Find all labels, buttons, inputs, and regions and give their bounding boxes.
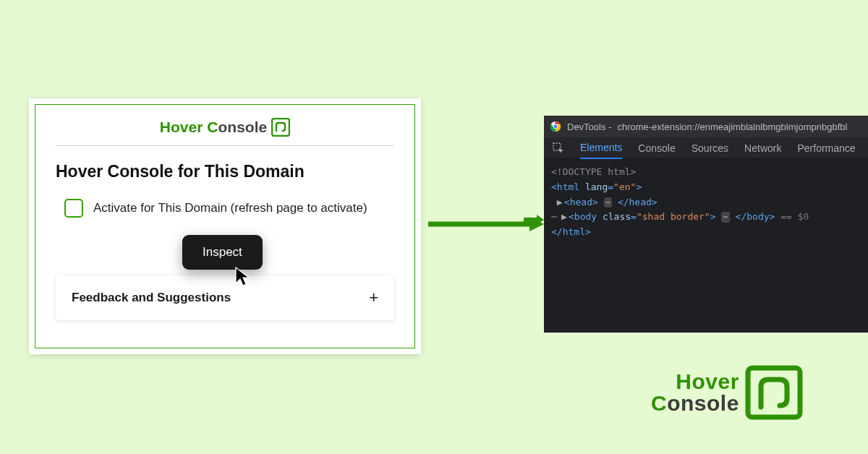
code-line-doctype[interactable]: <!DOCTYPE html> <box>551 165 861 180</box>
panel-title: Hover Console for This Domain <box>56 162 394 181</box>
devtools-title-prefix: DevTools - <box>567 121 611 132</box>
activate-row: Activate for This Domain (refresh page t… <box>56 199 394 218</box>
ellipsis-icon[interactable]: ⋯ <box>721 212 729 222</box>
activate-checkbox[interactable] <box>64 199 83 218</box>
extension-popup-panel: Hover Console Hover Console for This Dom… <box>29 98 421 354</box>
expand-plus-icon: + <box>369 288 378 307</box>
brand-c-letter: C <box>207 119 218 135</box>
code-line-head[interactable]: ▶<head> ⋯ </head> <box>551 195 861 210</box>
code-line-html-open[interactable]: <html lang="en"> <box>551 180 861 195</box>
mouse-cursor-icon <box>234 266 250 288</box>
arrow-tip-icon <box>524 215 544 225</box>
brand-logo-icon <box>271 118 290 137</box>
big-brand-rest: onsole <box>667 391 739 415</box>
feedback-accordion[interactable]: Feedback and Suggestions + <box>56 275 394 320</box>
big-brand-logo: Hover Console <box>651 365 803 420</box>
expand-arrow-icon[interactable]: ▶ <box>561 210 569 225</box>
big-brand-logo-icon <box>745 365 803 420</box>
brand-hover-word: Hover <box>160 119 203 136</box>
chrome-icon <box>550 121 561 132</box>
tab-elements[interactable]: Elements <box>580 137 622 159</box>
expand-arrow-icon[interactable]: ▶ <box>557 195 564 210</box>
brand-console-rest: onsole <box>218 119 268 135</box>
context-menu-inspect-label: Inspect <box>203 245 242 259</box>
elements-tree[interactable]: <!DOCTYPE html> <html lang="en"> ▶<head>… <box>544 159 868 246</box>
brand-header: Hover Console <box>56 118 394 146</box>
big-brand-console: Console <box>651 393 739 414</box>
big-brand-text: Hover Console <box>651 371 739 414</box>
tab-console[interactable]: Console <box>638 138 675 158</box>
context-menu-inspect[interactable]: Inspect <box>182 235 263 270</box>
activate-label: Activate for This Domain (refresh page t… <box>93 201 367 215</box>
svg-marker-4 <box>537 215 544 225</box>
devtools-tabs: Elements Console Sources Network Perform… <box>544 137 868 159</box>
tab-sources[interactable]: Sources <box>692 138 728 158</box>
devtools-window: DevTools - chrome-extension://enmeajimbl… <box>544 116 868 333</box>
code-line-body[interactable]: ⋯▶<body class="shad border"> ⋯ </body> =… <box>551 210 861 225</box>
devtools-title-url: chrome-extension://enmeajimblalnlbmgblmj… <box>617 121 847 132</box>
selection-dots-icon: ⋯ <box>551 210 561 225</box>
ellipsis-icon[interactable]: ⋯ <box>604 197 612 207</box>
feedback-label: Feedback and Suggestions <box>72 291 231 305</box>
tab-performance[interactable]: Performance <box>797 138 855 158</box>
big-brand-hover: Hover <box>651 371 739 393</box>
panel-inner: Hover Console Hover Console for This Dom… <box>35 104 415 348</box>
svg-rect-0 <box>272 119 289 136</box>
big-brand-c: C <box>651 391 667 415</box>
tab-network[interactable]: Network <box>744 138 781 158</box>
brand-console-word: Console <box>207 119 267 136</box>
inspect-tool-icon[interactable] <box>553 142 564 154</box>
svg-rect-9 <box>748 368 800 417</box>
devtools-titlebar: DevTools - chrome-extension://enmeajimbl… <box>544 116 868 137</box>
code-line-html-close[interactable]: </html> <box>551 225 861 240</box>
